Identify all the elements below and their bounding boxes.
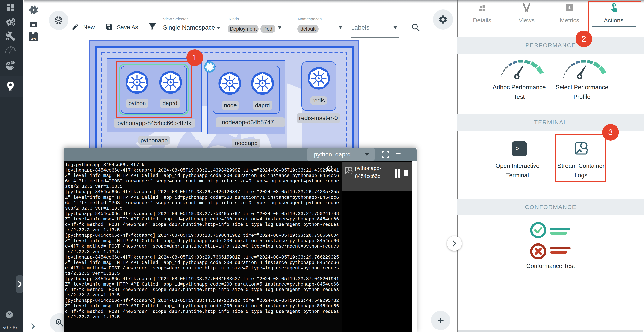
svg-text:WA: WA <box>30 37 36 41</box>
